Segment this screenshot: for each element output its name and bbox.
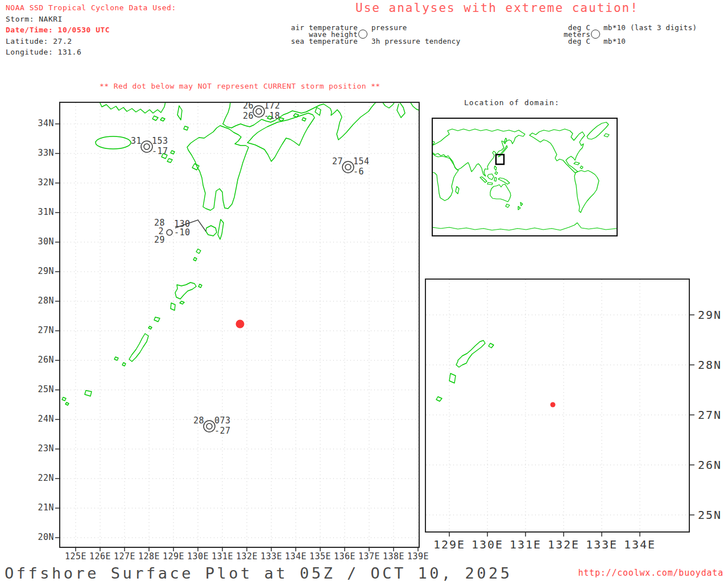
station-pressure-tendency: -6	[353, 168, 364, 176]
lat-label-main: 28N	[38, 296, 54, 306]
lon-label-inset: 131E	[507, 538, 544, 551]
main-map-ticks	[55, 124, 418, 551]
lon-label-main: 125E	[62, 551, 89, 562]
plot-title: Offshore Surface Plot at 05Z / OCT 10, 2…	[5, 564, 512, 582]
station-pressure: 153	[152, 137, 168, 146]
lon-label-inset: 129E	[431, 538, 468, 551]
storm-position-dot	[236, 320, 245, 329]
lat-label-inset: 25N	[698, 508, 722, 522]
buoy-plot-page: NOAA SSD Tropical Cyclone Data Used: Sto…	[0, 0, 728, 582]
lat-label-main: 20N	[38, 532, 54, 542]
lat-label-main: 34N	[38, 118, 54, 128]
lon-label-inset: 133E	[583, 538, 621, 551]
lon-label-main: 126E	[86, 551, 114, 562]
legend-sea-temperature: sea temperature	[291, 38, 358, 45]
lon-label-main: 131E	[209, 551, 236, 562]
station-air-temp: 26	[243, 102, 254, 110]
lon-label-main: 135E	[307, 551, 334, 562]
station-circle-inner	[256, 109, 262, 114]
station-circle-inner	[345, 164, 351, 170]
lon-label-inset: 134E	[621, 538, 659, 551]
storm-position-dot-inset	[551, 402, 556, 408]
storm-datetime: Date/Time: 10/0530 UTC	[6, 24, 176, 36]
coastlines-world-inset	[432, 122, 617, 230]
station-pressure-tendency: -18	[264, 112, 280, 120]
data-source-title: NOAA SSD Tropical Cyclone Data Used:	[6, 2, 176, 14]
domain-inset-title: Location of domain:	[464, 98, 560, 107]
station-pressure: 172	[264, 102, 280, 110]
lat-label-main: 31N	[38, 207, 54, 217]
caution-headline: Use analyses with extreme caution!	[355, 1, 639, 15]
lat-label-inset: 29N	[698, 308, 722, 322]
station-pressure: 154	[353, 157, 370, 166]
lon-label-main: 136E	[331, 551, 358, 562]
legend-tendency-units: mb*10	[603, 38, 626, 45]
legend-station-circle-icon	[358, 30, 367, 39]
storm-longitude: Longitude: 131.6	[6, 47, 176, 58]
station-pressure-tendency: -10	[174, 228, 191, 237]
coastlines-zoom-inset	[436, 340, 494, 401]
zoom-inset-frame	[425, 279, 689, 532]
lon-label-inset: 132E	[545, 538, 582, 551]
lon-label-main: 137E	[355, 551, 383, 562]
zoom-inset-grid	[426, 280, 689, 531]
lon-label-main: 139E	[404, 551, 432, 562]
lat-label-main: 21N	[38, 502, 54, 513]
legend-pressure: pressure	[371, 24, 407, 31]
lon-label-main: 127E	[111, 551, 138, 562]
lon-label-main: 133E	[258, 551, 285, 562]
storm-latitude: Latitude: 27.2	[6, 36, 176, 47]
lat-label-main: 29N	[38, 266, 54, 276]
source-url[interactable]: http://coolwx.com/buoydata	[578, 568, 723, 578]
station-air-temp: 31	[131, 137, 142, 146]
station-air-temp: 27	[332, 157, 343, 166]
coastlines-main-map	[62, 102, 419, 405]
legend-pressure-tendency: 3h pressure tendency	[371, 38, 461, 45]
lat-label-main: 30N	[38, 236, 54, 247]
lon-label-main: 128E	[135, 551, 163, 562]
lon-label-main: 130E	[184, 551, 212, 562]
storm-position-warning: ** Red dot below may NOT represent CURRE…	[100, 82, 380, 90]
lat-label-main: 25N	[38, 384, 54, 394]
legend-units-circle-icon	[591, 30, 600, 39]
station-sea-temp: 26	[243, 112, 254, 120]
station-pressure-tendency: -17	[152, 147, 168, 156]
station-pressure: 073	[214, 417, 231, 425]
lat-label-main: 27N	[38, 325, 54, 335]
lat-label-inset: 28N	[698, 358, 722, 372]
station-circle-inner	[206, 423, 212, 429]
legend-sea-units: deg C	[568, 38, 590, 45]
station-circle	[167, 230, 172, 235]
zoom-inset-ticks	[449, 315, 694, 537]
lon-label-main: 138E	[380, 551, 407, 562]
lat-label-main: 24N	[38, 414, 54, 424]
lat-label-main: 26N	[38, 355, 54, 365]
storm-name: Storm: NAKRI	[6, 14, 176, 25]
lat-label-main: 33N	[38, 148, 54, 158]
station-air-temp: 28	[193, 417, 204, 425]
lon-label-main: 134E	[282, 551, 309, 562]
lat-label-inset: 27N	[698, 408, 722, 422]
lon-label-inset: 130E	[469, 538, 506, 551]
lat-label-main: 32N	[38, 177, 54, 188]
storm-info-block: NOAA SSD Tropical Cyclone Data Used: Sto…	[6, 2, 176, 58]
station-sea-temp: 29	[154, 236, 165, 244]
lon-label-main: 129E	[160, 551, 187, 562]
station-symbols	[141, 106, 354, 432]
lon-label-main: 132E	[233, 551, 260, 562]
legend-pressure-units: mb*10 (last 3 digits)	[603, 24, 697, 31]
station-pressure-tendency: -27	[214, 427, 231, 435]
lat-label-inset: 26N	[698, 458, 722, 472]
lat-label-main: 22N	[38, 473, 54, 483]
station-circle-inner	[144, 144, 150, 149]
world-inset-frame	[432, 118, 617, 236]
lat-label-main: 23N	[38, 443, 54, 454]
